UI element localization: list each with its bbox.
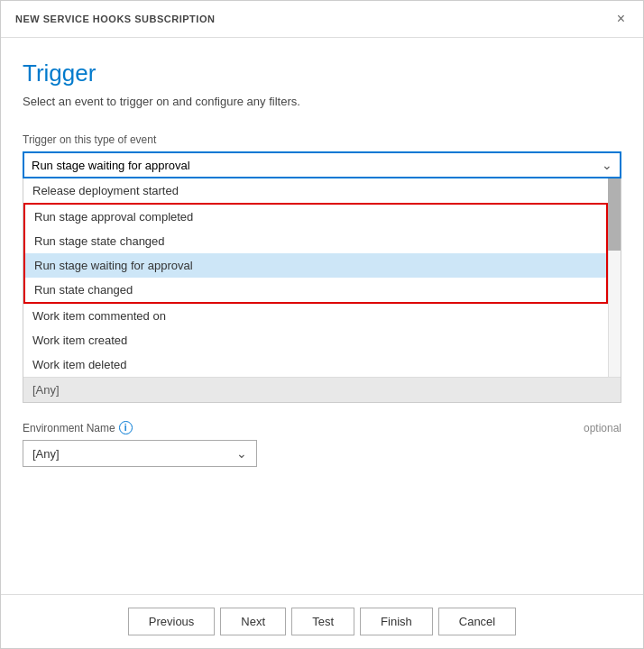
dropdown-option-release-deployment-started[interactable]: Release deployment started — [23, 178, 608, 203]
trigger-dropdown-list: Release deployment started Run stage app… — [23, 178, 621, 377]
finish-button[interactable]: Finish — [360, 608, 433, 635]
environment-name-value: [Any] — [32, 447, 60, 461]
trigger-selected-value: Run stage waiting for approval — [32, 159, 190, 172]
dropdown-option-work-item-created[interactable]: Work item created — [23, 328, 608, 352]
trigger-dropdown-wrapper: Run stage waiting for approval ⌄ Release… — [23, 151, 621, 403]
dialog: NEW SERVICE HOOKS SUBSCRIPTION × Trigger… — [0, 0, 644, 649]
trigger-dropdown-scroll-wrapper: Release deployment started Run stage app… — [23, 178, 621, 377]
dropdown-option-run-stage-state-changed[interactable]: Run stage state changed — [25, 229, 606, 253]
previous-button[interactable]: Previous — [128, 608, 216, 635]
scrollbar-track[interactable] — [608, 178, 621, 377]
close-button[interactable]: × — [613, 10, 629, 28]
env-chevron-down-icon: ⌄ — [236, 446, 247, 461]
dropdown-option-work-item-deleted[interactable]: Work item deleted — [23, 352, 608, 377]
trigger-dropdown-selected[interactable]: Run stage waiting for approval ⌄ — [23, 151, 621, 178]
environment-name-dropdown[interactable]: [Any] ⌄ — [23, 440, 257, 467]
dialog-header: NEW SERVICE HOOKS SUBSCRIPTION × — [1, 1, 643, 38]
red-box-group: Run stage approval completed Run stage s… — [23, 203, 608, 304]
page-title: Trigger — [23, 59, 621, 87]
dropdown-option-run-stage-approval-completed[interactable]: Run stage approval completed — [25, 205, 606, 229]
dialog-body: Trigger Select an event to trigger on an… — [1, 38, 643, 594]
chevron-down-icon: ⌄ — [602, 158, 612, 172]
next-button[interactable]: Next — [220, 608, 286, 635]
dropdown-option-work-item-commented-on[interactable]: Work item commented on — [23, 304, 608, 328]
page-subtitle: Select an event to trigger on and config… — [23, 95, 621, 108]
env-label-row: Environment Name i optional — [23, 421, 621, 434]
dialog-footer: Previous Next Test Finish Cancel — [1, 594, 643, 648]
test-button[interactable]: Test — [291, 608, 354, 635]
info-icon[interactable]: i — [119, 421, 133, 434]
scrollbar-thumb[interactable] — [608, 178, 621, 251]
environment-name-label: Environment Name — [23, 422, 115, 434]
any-bar: [Any] — [23, 377, 621, 402]
dropdown-option-run-state-changed[interactable]: Run state changed — [25, 278, 606, 302]
environment-name-section: Environment Name i optional [Any] ⌄ — [23, 421, 621, 467]
trigger-field-label: Trigger on this type of event — [23, 133, 621, 146]
cancel-button[interactable]: Cancel — [438, 608, 516, 635]
dropdown-option-run-stage-waiting-for-approval[interactable]: Run stage waiting for approval — [25, 253, 606, 278]
dialog-title: NEW SERVICE HOOKS SUBSCRIPTION — [15, 14, 215, 24]
optional-text: optional — [584, 422, 621, 434]
trigger-dropdown-list-container: Release deployment started Run stage app… — [23, 178, 621, 403]
env-label-left: Environment Name i — [23, 421, 133, 434]
